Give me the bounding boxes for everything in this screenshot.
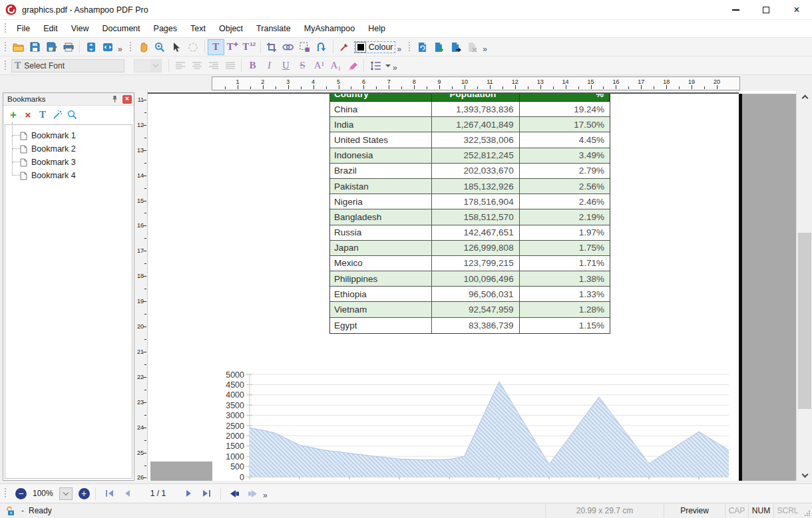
menu-view[interactable]: View xyxy=(65,21,96,37)
table-cell: 1,393,783,836 xyxy=(432,102,519,116)
font-family-combo[interactable]: T Select Font xyxy=(11,59,124,72)
close-icon: × xyxy=(793,7,799,13)
rotate-page-button[interactable] xyxy=(414,39,431,55)
menu-myashampoo[interactable]: MyAshampoo xyxy=(298,21,361,37)
toolbar-grip[interactable] xyxy=(409,42,411,53)
menu-file[interactable]: File xyxy=(10,21,37,37)
next-page-button[interactable] xyxy=(180,486,198,501)
table-cell: 19.24% xyxy=(520,102,610,116)
fit-width-button[interactable] xyxy=(99,39,116,55)
zoom-dropdown[interactable] xyxy=(59,487,73,500)
bookmark-item[interactable]: Bookmark 4 xyxy=(5,169,132,182)
ruler-tick xyxy=(578,86,579,89)
menu-object[interactable]: Object xyxy=(212,21,250,37)
overflow-chevrons-icon[interactable]: » xyxy=(393,63,397,72)
add-page-button[interactable] xyxy=(431,39,447,55)
ruler-tick xyxy=(263,85,264,89)
overflow-chevrons-icon[interactable]: » xyxy=(118,45,122,54)
bold-button[interactable]: B xyxy=(244,58,261,74)
zoom-in-button[interactable]: + xyxy=(79,488,90,499)
select-tool-button[interactable] xyxy=(168,39,185,55)
rename-bookmark-button[interactable]: T xyxy=(35,107,50,122)
text-numbering-button[interactable]: T12 xyxy=(241,39,258,55)
bookmark-item[interactable]: Bookmark 1 xyxy=(5,129,132,142)
font-combo-label: Select Font xyxy=(24,61,65,70)
curve-tool-button[interactable] xyxy=(313,39,330,55)
font-size-dropdown[interactable] xyxy=(150,60,161,72)
ruler-tick xyxy=(143,201,146,201)
document-viewport[interactable]: CountryPopulation%China1,393,783,83619.2… xyxy=(148,91,796,481)
history-forward-button[interactable] xyxy=(244,486,261,501)
align-center-button[interactable] xyxy=(188,58,205,74)
save-as-button[interactable] xyxy=(43,39,60,55)
history-back-button[interactable] xyxy=(226,486,244,501)
pin-panel-button[interactable] xyxy=(109,94,120,104)
overflow-chevrons-icon[interactable]: » xyxy=(263,491,268,500)
lasso-tool-button[interactable] xyxy=(185,39,202,55)
add-bookmark-button[interactable]: + xyxy=(6,107,21,122)
table-row: United States322,538,0064.45% xyxy=(330,132,610,148)
subscript-button[interactable]: A₁ xyxy=(327,58,344,74)
colour-swatch-button[interactable]: Colour xyxy=(354,41,395,53)
toolbar-grip[interactable] xyxy=(5,42,7,53)
fit-height-button[interactable] xyxy=(83,39,99,55)
color-picker-button[interactable] xyxy=(336,39,353,55)
auto-bookmark-button[interactable] xyxy=(50,107,65,122)
first-page-button[interactable] xyxy=(101,486,118,501)
text-select-tool-button[interactable]: T xyxy=(208,39,224,55)
printer-icon xyxy=(63,43,74,52)
vertical-scrollbar[interactable] xyxy=(796,91,812,481)
superscript-button[interactable]: A¹ xyxy=(311,58,327,74)
align-justify-button[interactable] xyxy=(222,58,238,74)
menu-pages[interactable]: Pages xyxy=(147,21,184,37)
move-page-button[interactable] xyxy=(447,39,464,55)
crop-button[interactable] xyxy=(264,39,280,55)
zoom-out-button[interactable]: − xyxy=(15,488,27,499)
menu-document[interactable]: Document xyxy=(96,21,147,37)
align-right-button[interactable] xyxy=(205,58,222,74)
zoom-tool-button[interactable] xyxy=(152,39,168,55)
font-size-combo[interactable] xyxy=(134,59,162,72)
menu-text[interactable]: Text xyxy=(184,21,212,37)
pdf-page-content[interactable]: CountryPopulation%China1,393,783,83619.2… xyxy=(148,94,796,481)
delete-page-button[interactable] xyxy=(464,39,481,55)
underline-button[interactable]: U xyxy=(278,58,294,74)
italic-button[interactable]: I xyxy=(261,58,278,74)
menu-translate[interactable]: Translate xyxy=(250,21,298,37)
strikethrough-button[interactable]: S xyxy=(294,58,311,74)
toolbar-grip[interactable] xyxy=(130,42,132,53)
minimize-button[interactable] xyxy=(720,0,751,19)
scrollbar-thumb[interactable] xyxy=(798,233,811,409)
link-button[interactable] xyxy=(280,39,297,55)
ruler-number: 9 xyxy=(433,78,445,85)
add-text-button[interactable]: T xyxy=(224,39,241,55)
scroll-down-button[interactable] xyxy=(797,469,812,481)
menu-help[interactable]: Help xyxy=(361,21,392,37)
hand-tool-button[interactable] xyxy=(135,39,152,55)
overflow-chevrons-icon[interactable]: » xyxy=(483,45,487,54)
menu-edit[interactable]: Edit xyxy=(37,21,65,37)
find-bookmark-button[interactable] xyxy=(65,107,79,122)
align-left-button[interactable] xyxy=(172,58,188,74)
maximize-button[interactable] xyxy=(751,0,781,19)
delete-bookmark-button[interactable]: × xyxy=(21,107,35,122)
caret-down-icon[interactable] xyxy=(385,65,391,67)
overflow-chevrons-icon[interactable]: » xyxy=(397,45,402,54)
scroll-up-button[interactable] xyxy=(797,91,812,102)
toolbar-grip[interactable] xyxy=(5,488,7,499)
close-button[interactable]: × xyxy=(781,0,812,19)
last-page-button[interactable] xyxy=(198,486,215,501)
highlighter-button[interactable] xyxy=(344,58,361,74)
menubar-grip[interactable] xyxy=(5,23,7,34)
resize-grip[interactable] xyxy=(801,503,812,518)
previous-page-button[interactable] xyxy=(118,486,136,501)
save-button[interactable] xyxy=(27,39,43,55)
close-panel-button[interactable]: × xyxy=(122,95,132,104)
select-object-button[interactable] xyxy=(297,39,313,55)
toolbar-grip[interactable] xyxy=(5,61,7,71)
bookmark-item[interactable]: Bookmark 3 xyxy=(5,156,132,169)
print-button[interactable] xyxy=(60,39,77,55)
line-spacing-button[interactable] xyxy=(367,58,383,74)
bookmark-item[interactable]: Bookmark 2 xyxy=(5,142,132,156)
open-button[interactable] xyxy=(10,39,27,55)
